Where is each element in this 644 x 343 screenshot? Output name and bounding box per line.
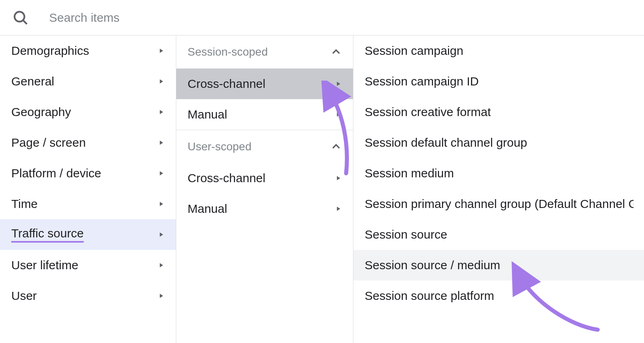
svg-point-0 — [14, 12, 25, 22]
chevron-right-icon — [334, 111, 342, 118]
dimension-item-session-campaign[interactable]: Session campaign — [353, 35, 644, 66]
category-item-label: Traffic source — [11, 227, 84, 243]
subcategory-item-label: Cross-channel — [188, 171, 265, 185]
category-item-label: Geography — [11, 105, 71, 119]
subcategory-item-label: Cross-channel — [188, 77, 265, 91]
chevron-up-icon — [330, 46, 342, 58]
group-header-session-scoped[interactable]: Session-scoped — [176, 35, 353, 69]
category-item-label: Page / screen — [11, 136, 86, 150]
dimension-item-session-primary-channel-group-default-channel-group[interactable]: Session primary channel group (Default C… — [353, 189, 644, 219]
chevron-right-icon — [157, 47, 165, 54]
dimension-item-label: Session source — [365, 228, 447, 241]
category-item-user[interactable]: User — [0, 281, 176, 311]
chevron-right-icon — [157, 200, 165, 208]
category-item-time[interactable]: Time — [0, 189, 176, 219]
group-title: Session-scoped — [188, 46, 268, 58]
category-item-label: Demographics — [11, 44, 89, 58]
group-header-user-scoped[interactable]: User-scoped — [176, 130, 353, 163]
category-item-page-screen[interactable]: Page / screen — [0, 127, 176, 158]
chevron-right-icon — [157, 292, 165, 299]
chevron-right-icon — [157, 170, 165, 177]
dimension-item-session-default-channel-group[interactable]: Session default channel group — [353, 127, 644, 158]
chevron-right-icon — [334, 80, 342, 87]
subcategory-item-session-scoped-cross-channel[interactable]: Cross-channel — [176, 69, 353, 99]
picker-columns: DemographicsGeneralGeographyPage / scree… — [0, 35, 644, 343]
category-item-general[interactable]: General — [0, 66, 176, 97]
category-item-label: User lifetime — [11, 258, 78, 272]
category-item-demographics[interactable]: Demographics — [0, 35, 176, 66]
chevron-right-icon — [157, 231, 165, 238]
dimension-item-label: Session source / medium — [365, 258, 500, 272]
search-icon — [12, 9, 29, 26]
dimension-item-session-medium[interactable]: Session medium — [353, 158, 644, 189]
category-item-geography[interactable]: Geography — [0, 97, 176, 127]
dimension-item-label: Session medium — [365, 166, 454, 180]
dimension-item-label: Session primary channel group (Default C… — [365, 197, 634, 211]
dimension-item-session-source-platform[interactable]: Session source platform — [353, 281, 644, 311]
search-input[interactable] — [49, 11, 632, 25]
subcategory-item-session-scoped-manual[interactable]: Manual — [176, 99, 353, 130]
category-item-platform-device[interactable]: Platform / device — [0, 158, 176, 189]
category-item-label: Platform / device — [11, 166, 101, 180]
dimension-item-label: Session creative format — [365, 105, 491, 119]
chevron-up-icon — [330, 141, 342, 152]
dimension-item-session-creative-format[interactable]: Session creative format — [353, 97, 644, 127]
category-item-label: General — [11, 75, 54, 88]
chevron-right-icon — [334, 205, 342, 212]
subcategory-item-user-scoped-manual[interactable]: Manual — [176, 193, 353, 224]
dimension-item-label: Session campaign — [365, 44, 463, 58]
dimension-item-label: Session campaign ID — [365, 75, 479, 88]
dimension-item-session-campaign-id[interactable]: Session campaign ID — [353, 66, 644, 97]
group-title: User-scoped — [188, 140, 252, 153]
dimension-item-label: Session source platform — [365, 289, 494, 303]
dimension-item-label: Session default channel group — [365, 136, 527, 150]
dimension-column: Session campaignSession campaign IDSessi… — [353, 35, 644, 343]
chevron-right-icon — [157, 139, 165, 146]
subcategory-column: Session-scopedCross-channelManualUser-sc… — [176, 35, 353, 343]
category-item-label: User — [11, 289, 37, 303]
subcategory-item-user-scoped-cross-channel[interactable]: Cross-channel — [176, 163, 353, 193]
category-item-traffic-source[interactable]: Traffic source — [0, 219, 176, 250]
subcategory-item-label: Manual — [188, 108, 227, 121]
chevron-right-icon — [334, 175, 342, 182]
chevron-right-icon — [157, 108, 165, 116]
subcategory-item-label: Manual — [188, 202, 227, 216]
chevron-right-icon — [157, 262, 165, 269]
category-column: DemographicsGeneralGeographyPage / scree… — [0, 35, 176, 343]
dimension-item-session-source[interactable]: Session source — [353, 219, 644, 250]
category-item-label: Time — [11, 197, 38, 211]
search-bar — [0, 0, 644, 35]
dimension-item-session-source-medium[interactable]: Session source / medium — [353, 250, 644, 281]
category-item-user-lifetime[interactable]: User lifetime — [0, 250, 176, 281]
chevron-right-icon — [157, 78, 165, 85]
svg-line-1 — [23, 20, 27, 24]
